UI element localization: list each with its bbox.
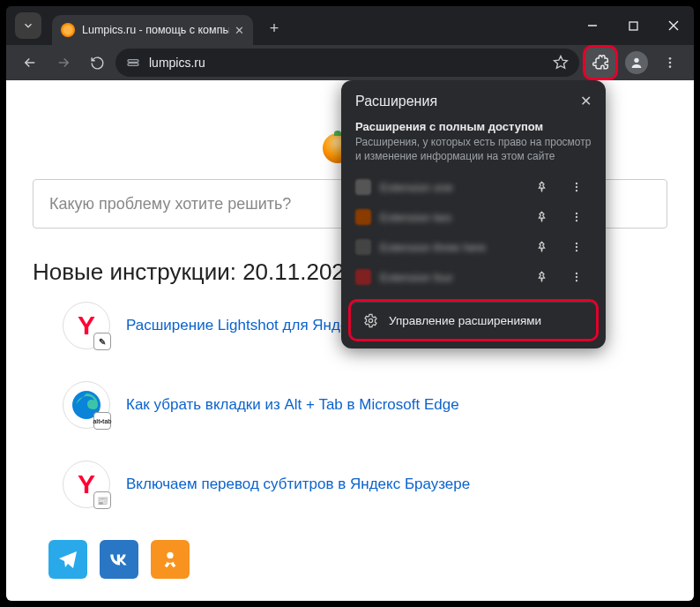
- extension-row[interactable]: Extension one: [341, 172, 606, 202]
- chrome-menu-button[interactable]: [655, 48, 685, 78]
- address-bar[interactable]: lumpics.ru: [115, 49, 579, 77]
- svg-point-20: [576, 250, 577, 251]
- extension-name: Extension one: [380, 181, 526, 194]
- pin-icon: [535, 241, 548, 254]
- svg-point-24: [369, 319, 372, 323]
- reload-icon: [90, 56, 105, 71]
- svg-point-17: [576, 220, 577, 221]
- dots-vertical-icon: [570, 271, 583, 283]
- svg-point-18: [576, 243, 577, 244]
- pin-icon: [535, 181, 548, 194]
- forward-button[interactable]: [48, 48, 78, 78]
- pin-icon: [535, 211, 548, 224]
- browser-tab[interactable]: Lumpics.ru - помощь с компью ✕: [52, 15, 253, 45]
- manage-extensions-label: Управление расширениями: [389, 314, 541, 327]
- popup-title: Расширения: [355, 94, 437, 109]
- extension-row[interactable]: Extension four: [341, 262, 606, 292]
- page-content: lu Какую проблему хотите решить? Новые и…: [6, 80, 694, 601]
- window-controls: [572, 6, 694, 45]
- pin-button[interactable]: [535, 241, 562, 254]
- svg-point-21: [576, 273, 577, 274]
- svg-point-11: [167, 552, 173, 558]
- dots-vertical-icon: [570, 181, 583, 193]
- titlebar: Lumpics.ru - помощь с компью ✕ +: [6, 6, 694, 45]
- extension-row[interactable]: Extension three here: [341, 232, 606, 262]
- extension-menu-button[interactable]: [570, 211, 597, 223]
- badge-icon: ✎: [93, 333, 111, 350]
- chevron-down-icon: [22, 19, 34, 32]
- pin-button[interactable]: [535, 211, 562, 224]
- svg-rect-4: [128, 60, 138, 63]
- extension-name: Extension four: [380, 271, 526, 284]
- article-item[interactable]: alt•tab Как убрать вкладки из Alt + Tab …: [63, 381, 667, 429]
- tab-close-button[interactable]: ✕: [235, 24, 244, 37]
- reload-button[interactable]: [82, 48, 112, 78]
- gear-icon: [363, 313, 378, 328]
- maximize-button[interactable]: [613, 6, 653, 45]
- extension-menu-button[interactable]: [570, 181, 597, 193]
- svg-point-13: [576, 186, 577, 188]
- close-window-button[interactable]: [653, 6, 694, 45]
- svg-point-6: [634, 58, 638, 63]
- person-icon: [629, 56, 644, 70]
- close-icon: [668, 20, 679, 31]
- badge-icon: alt•tab: [93, 412, 111, 430]
- edge-icon: alt•tab: [63, 381, 110, 429]
- svg-point-14: [576, 190, 577, 191]
- svg-point-16: [576, 216, 577, 218]
- url-text: lumpics.ru: [149, 56, 205, 70]
- svg-point-8: [669, 62, 672, 64]
- extension-favicon-icon: [355, 239, 371, 255]
- extension-menu-button[interactable]: [570, 271, 597, 283]
- new-tab-button[interactable]: +: [262, 16, 287, 41]
- star-icon[interactable]: [553, 55, 569, 71]
- arrow-left-icon: [22, 55, 38, 71]
- popup-close-button[interactable]: ✕: [580, 93, 592, 109]
- site-settings-icon: [126, 56, 140, 70]
- extension-favicon-icon: [355, 269, 371, 285]
- yandex-icon: Y ✎: [63, 302, 110, 349]
- vk-icon: [108, 548, 130, 571]
- svg-point-15: [576, 213, 577, 214]
- telegram-icon: [57, 549, 78, 570]
- minimize-button[interactable]: [572, 6, 613, 45]
- pin-button[interactable]: [535, 271, 562, 284]
- favicon-icon: [61, 23, 75, 37]
- article-link[interactable]: Как убрать вкладки из Alt + Tab в Micros…: [126, 396, 459, 414]
- svg-point-12: [576, 183, 577, 184]
- svg-rect-5: [128, 64, 138, 66]
- search-placeholder: Какую проблему хотите решить?: [49, 195, 291, 214]
- profile-button[interactable]: [625, 51, 648, 74]
- vk-button[interactable]: [100, 540, 138, 579]
- article-link[interactable]: Включаем перевод субтитров в Яндекс Брау…: [126, 476, 470, 493]
- pin-button[interactable]: [535, 181, 562, 194]
- manage-extensions-button[interactable]: Управление расширениями: [351, 302, 596, 339]
- toolbar: lumpics.ru: [6, 45, 694, 80]
- article-item[interactable]: Y 📰 Включаем перевод субтитров в Яндекс …: [63, 461, 667, 508]
- extension-row[interactable]: Extension two: [341, 202, 606, 232]
- telegram-button[interactable]: [48, 540, 87, 579]
- extensions-button[interactable]: [583, 45, 618, 80]
- ok-icon: [160, 550, 180, 569]
- manage-extensions-highlight: Управление расширениями: [348, 299, 599, 341]
- dots-vertical-icon: [663, 56, 677, 70]
- svg-point-22: [576, 276, 577, 278]
- arrow-right-icon: [56, 55, 71, 71]
- svg-rect-1: [629, 22, 637, 30]
- svg-point-19: [576, 246, 577, 248]
- extension-menu-button[interactable]: [570, 241, 597, 253]
- ok-button[interactable]: [151, 540, 190, 579]
- article-link[interactable]: Расширение Lightshot для Яндекс: [126, 317, 363, 334]
- tab-search-button[interactable]: [15, 12, 41, 39]
- popup-description: Расширения, у которых есть право на прос…: [341, 133, 606, 172]
- pin-icon: [535, 271, 548, 284]
- svg-point-7: [669, 57, 672, 60]
- back-button[interactable]: [15, 48, 45, 78]
- yandex-icon: Y 📰: [63, 461, 110, 508]
- puzzle-icon: [592, 54, 609, 71]
- badge-icon: 📰: [93, 491, 111, 509]
- extension-favicon-icon: [355, 179, 371, 195]
- extensions-popup: Расширения ✕ Расширения с полным доступо…: [341, 80, 606, 348]
- extension-name: Extension three here: [380, 241, 526, 254]
- minimize-icon: [587, 20, 598, 31]
